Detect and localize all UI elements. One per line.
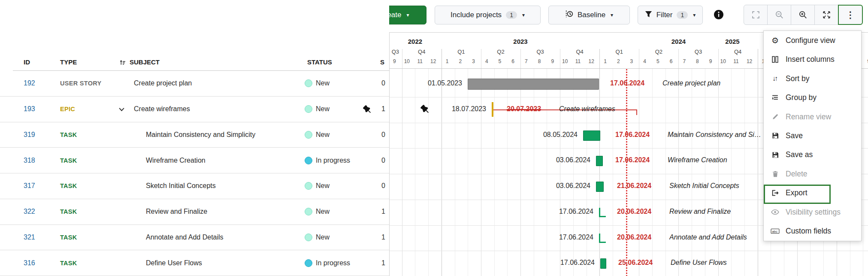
gantt-start-date-label: 03.06.2024 bbox=[508, 156, 590, 164]
work-package-subject[interactable]: Sketch Initial Concepts bbox=[146, 173, 216, 199]
zoom-fit-button[interactable] bbox=[814, 5, 838, 25]
work-package-id-link[interactable]: 321 bbox=[24, 225, 35, 250]
gantt-bar[interactable] bbox=[596, 156, 603, 166]
grid-month-line bbox=[468, 68, 468, 276]
table-row[interactable]: 322TASKReview and FinalizeNew1 bbox=[0, 199, 389, 225]
work-package-id-link[interactable]: 319 bbox=[24, 122, 35, 148]
status-dot bbox=[305, 105, 312, 113]
work-package-id-link[interactable]: 318 bbox=[24, 148, 35, 173]
work-package-subject[interactable]: Wireframe Creation bbox=[146, 148, 206, 173]
column-header-s[interactable]: S bbox=[380, 58, 384, 66]
save-icon bbox=[770, 152, 780, 158]
menu-item-sort-by[interactable]: ↓↑Sort by bbox=[764, 69, 861, 88]
eye-icon bbox=[770, 209, 780, 215]
menu-item-save[interactable]: Save bbox=[764, 126, 861, 145]
menu-item-save-as[interactable]: Save as bbox=[764, 146, 861, 164]
status-indicator: In progress bbox=[305, 250, 350, 276]
include-projects-button[interactable]: Include projects 1 ▾ bbox=[435, 6, 541, 24]
status-dot bbox=[305, 131, 312, 139]
column-header-type[interactable]: TYPE bbox=[60, 58, 77, 66]
timeline-month-label: 4 bbox=[485, 58, 488, 64]
work-package-id-link[interactable]: 193 bbox=[24, 97, 35, 122]
work-package-id-link[interactable]: 317 bbox=[24, 173, 35, 199]
column-header-status[interactable]: STATUS bbox=[307, 58, 332, 66]
column-header-subject[interactable]: SUBJECT bbox=[130, 58, 160, 66]
timeline-quarter-label: Q4 bbox=[418, 49, 425, 55]
timeline-month-label: 1 bbox=[446, 58, 449, 64]
spent-count: 1 bbox=[370, 97, 385, 122]
timeline-year-label: 2025 bbox=[725, 38, 739, 45]
chevron-down-icon: ▾ bbox=[522, 12, 525, 18]
grid-month-line bbox=[415, 68, 415, 276]
gantt-bar[interactable] bbox=[599, 234, 606, 243]
filter-button[interactable]: Filter 1 ▾ bbox=[638, 6, 703, 24]
chevron-down-icon: ▾ bbox=[407, 12, 409, 18]
timeline-month-label: 12 bbox=[747, 58, 752, 64]
menu-item-custom-fields[interactable]: abcCustom fields bbox=[764, 222, 861, 241]
status-dot bbox=[305, 79, 312, 87]
table-row[interactable]: 318TASKWireframe CreationIn progress0 bbox=[0, 148, 389, 173]
work-package-type-label: TASK bbox=[60, 199, 77, 224]
menu-item-configure-view[interactable]: ⚙Configure view bbox=[764, 31, 861, 50]
work-package-table: IDTYPESUBJECTSTATUSS192USER STORYCreate … bbox=[0, 0, 389, 276]
baseline-button[interactable]: Baseline ▾ bbox=[548, 6, 630, 24]
gantt-bar[interactable] bbox=[599, 208, 606, 217]
status-dot bbox=[305, 259, 312, 267]
menu-item-visibility-settings: Visibility settings bbox=[764, 203, 861, 221]
settings-kebab-button[interactable]: ⋮ bbox=[838, 5, 863, 25]
gantt-due-date-label: 20.06.2024 bbox=[617, 208, 651, 215]
table-row[interactable]: 192USER STORYCreate project planNew0 bbox=[0, 71, 389, 97]
timeline-month-label: 2 bbox=[617, 58, 620, 64]
gantt-due-date-label: 20.07.2023 bbox=[507, 105, 541, 113]
work-package-subject[interactable]: Annotate and Add Details bbox=[146, 225, 224, 250]
expand-arrows-icon bbox=[822, 10, 831, 19]
info-button[interactable] bbox=[708, 6, 729, 24]
work-package-subject[interactable]: Create wireframes bbox=[134, 97, 190, 122]
sort-ascending-icon[interactable] bbox=[119, 59, 126, 67]
timeline-month-label: 3 bbox=[472, 58, 475, 64]
table-row[interactable]: 319TASKMaintain Consistency and Simplici… bbox=[0, 122, 389, 148]
gantt-bar[interactable] bbox=[600, 258, 606, 269]
zoom-auto-button[interactable] bbox=[744, 5, 768, 25]
gantt-subject-label: Define User Flows bbox=[671, 259, 727, 267]
group-icon bbox=[770, 94, 780, 101]
work-package-id-link[interactable]: 322 bbox=[24, 199, 35, 224]
work-package-id-link[interactable]: 192 bbox=[24, 71, 35, 96]
work-package-subject[interactable]: Maintain Consistency and Simplicity bbox=[146, 122, 255, 148]
gantt-bar[interactable] bbox=[468, 79, 599, 90]
work-package-subject[interactable]: Create project plan bbox=[134, 71, 192, 96]
table-row[interactable]: 317TASKSketch Initial ConceptsNew0 bbox=[0, 173, 389, 199]
status-label: In progress bbox=[316, 157, 350, 164]
timeline-month-label: 1 bbox=[604, 58, 607, 64]
gantt-start-date-label: 17.06.2024 bbox=[512, 259, 595, 267]
timeline-month-label: 5 bbox=[656, 58, 659, 64]
chevron-down-icon[interactable] bbox=[118, 97, 125, 122]
gantt-bar[interactable] bbox=[583, 130, 600, 141]
menu-item-group-by[interactable]: Group by bbox=[764, 88, 861, 107]
gantt-subject-label: Create wireframes bbox=[559, 105, 615, 113]
menu-item-label: Save as bbox=[786, 150, 813, 159]
table-row[interactable]: 193EPICCreate wireframesNew1 bbox=[0, 97, 389, 122]
work-package-id-link[interactable]: 316 bbox=[24, 250, 35, 276]
zoom-out-button[interactable] bbox=[767, 5, 791, 25]
menu-item-label: Custom fields bbox=[786, 227, 831, 236]
gantt-bar[interactable] bbox=[596, 182, 604, 192]
timeline-month-label: 12 bbox=[430, 58, 436, 64]
grid-month-line bbox=[613, 68, 613, 276]
menu-item-insert-columns[interactable]: Insert columns bbox=[764, 50, 861, 69]
zoom-in-button[interactable] bbox=[791, 5, 815, 25]
table-row[interactable]: 316TASKDefine User FlowsIn progress1 bbox=[0, 250, 389, 276]
status-indicator: In progress bbox=[305, 148, 350, 173]
gantt-start-date-label: 01.05.2023 bbox=[389, 79, 462, 87]
work-package-subject[interactable]: Define User Flows bbox=[146, 250, 202, 276]
column-header-id[interactable]: ID bbox=[24, 58, 30, 66]
work-package-type-label: TASK bbox=[60, 250, 77, 276]
table-row[interactable]: 321TASKAnnotate and Add DetailsNew1 bbox=[0, 225, 389, 251]
gantt-due-date-label: 17.06.2024 bbox=[610, 79, 644, 87]
gantt-subject-label: Wireframe Creation bbox=[668, 156, 727, 164]
menu-item-export[interactable]: Export bbox=[764, 184, 861, 203]
work-package-subject[interactable]: Review and Finalize bbox=[146, 199, 207, 224]
kebab-menu-icon: ⋮ bbox=[846, 10, 855, 20]
timeline-quarter-label: Q2 bbox=[497, 49, 504, 55]
grid-month-line bbox=[863, 68, 863, 276]
